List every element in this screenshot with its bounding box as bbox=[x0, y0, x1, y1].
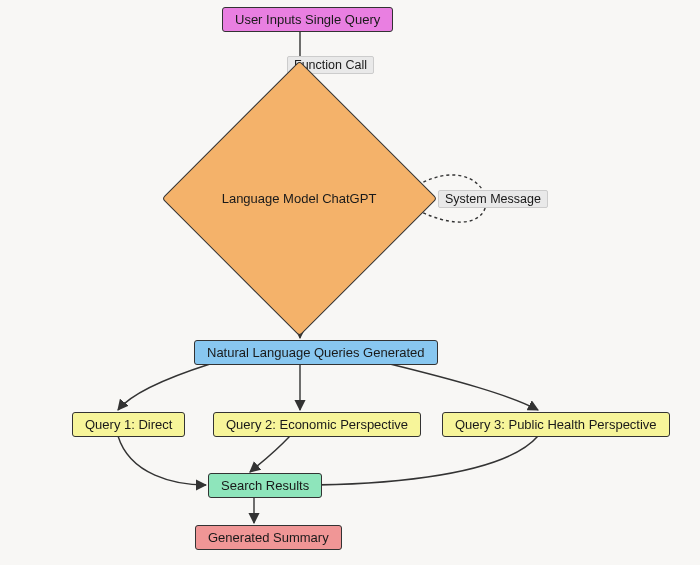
node-query-3: Query 3: Public Health Perspective bbox=[442, 412, 670, 437]
node-query-2: Query 2: Economic Perspective bbox=[213, 412, 421, 437]
node-language-model: Language Model ChatGPT bbox=[202, 101, 397, 296]
node-generated-queries: Natural Language Queries Generated bbox=[194, 340, 438, 365]
node-search-results: Search Results bbox=[208, 473, 322, 498]
node-query-1: Query 1: Direct bbox=[72, 412, 185, 437]
node-generated-summary: Generated Summary bbox=[195, 525, 342, 550]
node-user-input: User Inputs Single Query bbox=[222, 7, 393, 32]
edge-label-system-message: System Message bbox=[438, 190, 548, 208]
node-language-model-label: Language Model ChatGPT bbox=[202, 101, 397, 296]
